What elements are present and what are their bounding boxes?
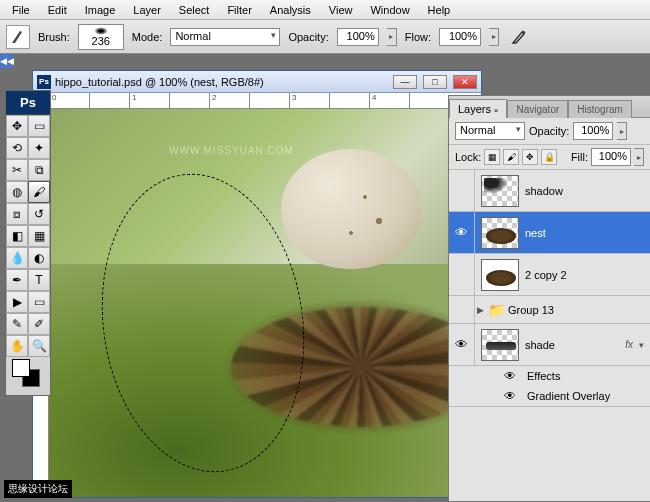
layer-fill-flyout[interactable]: ▸ bbox=[634, 148, 644, 166]
document-titlebar[interactable]: Ps hippo_tutorial.psd @ 100% (nest, RGB/… bbox=[33, 71, 481, 93]
minimize-button[interactable]: — bbox=[393, 75, 417, 89]
foreground-color[interactable] bbox=[12, 359, 30, 377]
ruler-horizontal[interactable]: 0 1 2 3 4 bbox=[33, 93, 481, 109]
menu-select[interactable]: Select bbox=[171, 2, 218, 18]
document-title: hippo_tutorial.psd @ 100% (nest, RGB/8#) bbox=[55, 76, 387, 88]
eyedropper-tool[interactable]: ✐ bbox=[28, 313, 50, 335]
dodge-tool[interactable]: ◐ bbox=[28, 247, 50, 269]
layer-opacity-input[interactable]: 100% bbox=[573, 122, 613, 140]
collapse-panels-button[interactable]: ◀◀ bbox=[0, 54, 13, 68]
layer-group-row[interactable]: ▶ 📁 Group 13 bbox=[449, 296, 650, 324]
image-watermark: WWW.MISSYUAN.COM bbox=[169, 145, 294, 156]
opacity-input[interactable]: 100% bbox=[337, 28, 379, 46]
menu-analysis[interactable]: Analysis bbox=[262, 2, 319, 18]
layer-row[interactable]: 👁 nest bbox=[449, 212, 650, 254]
brush-label: Brush: bbox=[38, 31, 70, 43]
marquee-tool[interactable]: ▭ bbox=[28, 115, 50, 137]
layer-visibility-toggle[interactable]: 👁 bbox=[449, 324, 475, 365]
magic-wand-tool[interactable]: ✦ bbox=[28, 137, 50, 159]
layer-name[interactable]: shadow bbox=[525, 185, 650, 197]
lasso-tool[interactable]: ⟲ bbox=[6, 137, 28, 159]
lock-all-icon[interactable]: 🔒 bbox=[541, 149, 557, 165]
layer-visibility-toggle[interactable] bbox=[449, 170, 475, 211]
layer-row[interactable]: 👁 shade fx ▾ bbox=[449, 324, 650, 366]
effect-visibility-toggle[interactable]: 👁 bbox=[499, 369, 521, 383]
eraser-tool[interactable]: ◧ bbox=[6, 225, 28, 247]
layer-thumbnail[interactable] bbox=[481, 217, 519, 249]
layer-thumbnail[interactable] bbox=[481, 259, 519, 291]
menu-view[interactable]: View bbox=[321, 2, 361, 18]
menu-file[interactable]: File bbox=[4, 2, 38, 18]
zoom-tool[interactable]: 🔍 bbox=[28, 335, 50, 357]
ruler-tick bbox=[89, 93, 129, 108]
menu-window[interactable]: Window bbox=[362, 2, 417, 18]
layer-thumbnail[interactable] bbox=[481, 175, 519, 207]
tab-navigator[interactable]: Navigator bbox=[507, 100, 568, 118]
fx-badge[interactable]: fx bbox=[625, 339, 633, 350]
close-button[interactable]: ✕ bbox=[453, 75, 477, 89]
document-icon: Ps bbox=[37, 75, 51, 89]
flow-input[interactable]: 100% bbox=[439, 28, 481, 46]
history-brush-tool[interactable]: ↺ bbox=[28, 203, 50, 225]
airbrush-icon[interactable] bbox=[507, 25, 531, 49]
shape-tool[interactable]: ▭ bbox=[28, 291, 50, 313]
canvas[interactable]: WWW.MISSYUAN.COM bbox=[49, 109, 481, 497]
hand-tool[interactable]: ✋ bbox=[6, 335, 28, 357]
menu-layer[interactable]: Layer bbox=[125, 2, 169, 18]
blend-mode-dropdown[interactable]: Normal bbox=[170, 28, 280, 46]
effect-row[interactable]: 👁 Gradient Overlay bbox=[499, 386, 650, 406]
mode-label: Mode: bbox=[132, 31, 163, 43]
lock-pixels-icon[interactable]: 🖌 bbox=[503, 149, 519, 165]
tab-histogram[interactable]: Histogram bbox=[568, 100, 632, 118]
effect-visibility-toggle[interactable]: 👁 bbox=[499, 389, 521, 403]
layer-name[interactable]: Group 13 bbox=[508, 304, 650, 316]
layer-row[interactable]: 2 copy 2 bbox=[449, 254, 650, 296]
clone-stamp-tool[interactable]: ⧈ bbox=[6, 203, 28, 225]
menu-edit[interactable]: Edit bbox=[40, 2, 75, 18]
layer-visibility-toggle[interactable] bbox=[449, 254, 475, 295]
effects-header-row[interactable]: 👁 Effects bbox=[499, 366, 650, 386]
blur-tool[interactable]: 💧 bbox=[6, 247, 28, 269]
lock-transparency-icon[interactable]: ▦ bbox=[484, 149, 500, 165]
menu-filter[interactable]: Filter bbox=[219, 2, 259, 18]
fx-disclosure-icon[interactable]: ▾ bbox=[639, 340, 644, 350]
layer-fill-input[interactable]: 100% bbox=[591, 148, 631, 166]
ruler-tick: 4 bbox=[369, 93, 409, 108]
layer-name[interactable]: nest bbox=[525, 227, 650, 239]
menu-help[interactable]: Help bbox=[420, 2, 459, 18]
layer-name[interactable]: 2 copy 2 bbox=[525, 269, 650, 281]
tab-layers[interactable]: Layers × bbox=[449, 99, 507, 118]
maximize-button[interactable]: □ bbox=[423, 75, 447, 89]
menubar: File Edit Image Layer Select Filter Anal… bbox=[0, 0, 650, 20]
crop-tool[interactable]: ✂ bbox=[6, 159, 28, 181]
slice-tool[interactable]: ⧉ bbox=[28, 159, 50, 181]
layer-blend-mode-dropdown[interactable]: Normal bbox=[455, 122, 525, 140]
flow-flyout[interactable]: ▸ bbox=[489, 28, 499, 46]
disclosure-triangle-icon[interactable]: ▶ bbox=[477, 305, 484, 315]
brush-dot-icon bbox=[94, 27, 108, 35]
healing-brush-tool[interactable]: ◍ bbox=[6, 181, 28, 203]
current-tool-icon[interactable] bbox=[6, 25, 30, 49]
gradient-tool[interactable]: ▦ bbox=[28, 225, 50, 247]
options-bar: Brush: 236 Mode: Normal Opacity: 100% ▸ … bbox=[0, 20, 650, 54]
move-tool[interactable]: ✥ bbox=[6, 115, 28, 137]
layer-name[interactable]: shade bbox=[525, 339, 625, 351]
layer-opacity-flyout[interactable]: ▸ bbox=[617, 122, 627, 140]
layer-row[interactable]: shadow bbox=[449, 170, 650, 212]
color-swatches bbox=[6, 357, 50, 395]
photoshop-logo-icon: Ps bbox=[6, 91, 50, 115]
path-selection-tool[interactable]: ▶ bbox=[6, 291, 28, 313]
menu-image[interactable]: Image bbox=[77, 2, 124, 18]
opacity-flyout[interactable]: ▸ bbox=[387, 28, 397, 46]
layer-visibility-toggle[interactable] bbox=[449, 296, 475, 323]
layer-visibility-toggle[interactable]: 👁 bbox=[449, 212, 475, 253]
ruler-tick bbox=[169, 93, 209, 108]
layer-thumbnail[interactable] bbox=[481, 329, 519, 361]
brush-preset-picker[interactable]: 236 bbox=[78, 24, 124, 50]
notes-tool[interactable]: ✎ bbox=[6, 313, 28, 335]
type-tool[interactable]: T bbox=[28, 269, 50, 291]
opacity-label: Opacity: bbox=[288, 31, 328, 43]
brush-tool[interactable]: 🖌 bbox=[28, 181, 50, 203]
lock-position-icon[interactable]: ✥ bbox=[522, 149, 538, 165]
pen-tool[interactable]: ✒ bbox=[6, 269, 28, 291]
